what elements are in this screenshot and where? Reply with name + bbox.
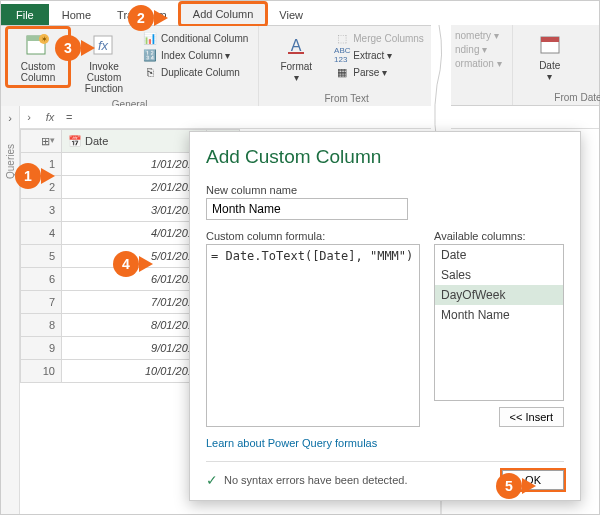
available-columns-list[interactable]: Date Sales DayOfWeek Month Name	[434, 244, 564, 401]
syntax-status-text: No syntax errors have been detected.	[224, 474, 407, 486]
svg-rect-10	[541, 37, 559, 42]
row-number: 7	[21, 291, 62, 314]
parse-button[interactable]: ▦Parse ▾	[331, 64, 428, 80]
cell-date[interactable]: 7/01/2017	[62, 291, 207, 314]
invoke-custom-function-button[interactable]: fx Invoke Custom Function	[73, 28, 135, 97]
date-icon	[536, 30, 564, 58]
cell-date[interactable]: 8/01/2017	[62, 314, 207, 337]
formula-label: Custom column formula:	[206, 230, 420, 242]
row-number: 10	[21, 360, 62, 383]
tab-transform[interactable]: Transform	[104, 4, 180, 25]
invoke-function-icon: fx	[90, 31, 118, 59]
row-number: 4	[21, 222, 62, 245]
formula-bar[interactable]: › fx =	[20, 106, 599, 129]
custom-column-button[interactable]: ✶ Custom Column	[7, 28, 69, 86]
cell-date[interactable]: 3/01/2017	[62, 199, 207, 222]
cell-date[interactable]: 6/01/2017	[62, 268, 207, 291]
extract-icon: ABC123	[335, 48, 349, 62]
trigonometry-button[interactable]: nometry ▾	[451, 29, 506, 42]
new-column-name-input[interactable]	[206, 198, 408, 220]
ribbon-right-fragment: nometry ▾ nding ▾ ormation ▾ Date ▾ Time…	[449, 25, 599, 106]
conditional-icon: 📊	[143, 31, 157, 45]
check-icon: ✓	[206, 472, 218, 488]
queries-pane[interactable]: › Queries	[1, 106, 20, 514]
formula-bar-input[interactable]: =	[62, 109, 599, 125]
conditional-label: Conditional Column	[161, 33, 248, 44]
index-column-button[interactable]: 🔢Index Column ▾	[139, 47, 252, 63]
tab-file[interactable]: File	[1, 4, 49, 25]
formula-expand-icon[interactable]: ›	[20, 111, 38, 123]
fx-icon[interactable]: fx	[38, 111, 62, 123]
extract-label: Extract ▾	[353, 50, 392, 61]
row-number: 2	[21, 176, 62, 199]
parse-label: Parse ▾	[353, 67, 387, 78]
queries-label: Queries	[5, 144, 16, 179]
format-icon: A	[282, 31, 310, 59]
column-header-index[interactable]: ⊞▾	[21, 130, 62, 153]
svg-text:fx: fx	[98, 38, 109, 53]
add-custom-column-dialog: Add Custom Column New column name Custom…	[189, 131, 581, 501]
group-text-label: From Text	[265, 91, 428, 104]
avail-item-sales[interactable]: Sales	[435, 265, 563, 285]
rounding-button[interactable]: nding ▾	[451, 43, 506, 56]
custom-column-label: Custom Column	[21, 61, 55, 83]
ribbon-tabs: File Home Transform Add Column View	[1, 1, 599, 26]
ok-button[interactable]: OK	[502, 470, 564, 490]
row-number: 3	[21, 199, 62, 222]
tab-add-column[interactable]: Add Column	[180, 3, 267, 25]
format-button[interactable]: A Format ▾	[265, 28, 327, 86]
cell-date[interactable]: 9/01/2017	[62, 337, 207, 360]
row-number: 1	[21, 153, 62, 176]
insert-button[interactable]: << Insert	[499, 407, 564, 427]
merge-icon: ⬚	[335, 31, 349, 45]
duplicate-column-button[interactable]: ⎘Duplicate Column	[139, 64, 252, 80]
conditional-column-button[interactable]: 📊Conditional Column	[139, 30, 252, 46]
date-button[interactable]: Date ▾	[519, 27, 581, 85]
cell-date[interactable]: 4/01/2017	[62, 222, 207, 245]
formula-input[interactable]: = Date.ToText([Date], "MMM")	[206, 244, 420, 427]
merge-label: Merge Columns	[353, 33, 424, 44]
format-label: Format ▾	[280, 61, 312, 83]
expand-queries-icon[interactable]: ›	[8, 112, 12, 124]
new-column-name-label: New column name	[206, 184, 564, 196]
cell-date[interactable]: 10/01/2017	[62, 360, 207, 383]
rounding-label: nding ▾	[455, 44, 487, 55]
tab-view[interactable]: View	[266, 4, 316, 25]
extract-button[interactable]: ABC123Extract ▾	[331, 47, 428, 63]
dialog-title: Add Custom Column	[206, 146, 564, 168]
group-dt-label: From Date &	[519, 90, 600, 103]
parse-icon: ▦	[335, 65, 349, 79]
cell-date[interactable]: 5/01/2017	[62, 245, 207, 268]
cell-date[interactable]: 1/01/2017	[62, 153, 207, 176]
index-icon: 🔢	[143, 48, 157, 62]
time-button[interactable]: Time ▾	[585, 27, 600, 85]
svg-text:✶: ✶	[41, 35, 48, 44]
column-header-date-label: Date	[85, 135, 108, 147]
cell-date[interactable]: 2/01/2017	[62, 176, 207, 199]
merge-columns-button[interactable]: ⬚Merge Columns	[331, 30, 428, 46]
column-header-date[interactable]: 📅 Date▾	[62, 130, 207, 153]
avail-item-dayofweek[interactable]: DayOfWeek	[435, 285, 563, 305]
learn-link[interactable]: Learn about Power Query formulas	[206, 437, 564, 449]
information-label: ormation ▾	[455, 58, 502, 69]
trigonometry-label: nometry ▾	[455, 30, 499, 41]
index-label: Index Column ▾	[161, 50, 230, 61]
row-number: 5	[21, 245, 62, 268]
duplicate-label: Duplicate Column	[161, 67, 240, 78]
syntax-status: ✓No syntax errors have been detected.	[206, 472, 407, 488]
invoke-function-label: Invoke Custom Function	[76, 61, 132, 94]
date-label: Date ▾	[539, 60, 560, 82]
avail-item-date[interactable]: Date	[435, 245, 563, 265]
row-number: 9	[21, 337, 62, 360]
information-button[interactable]: ormation ▾	[451, 57, 506, 70]
row-number: 8	[21, 314, 62, 337]
row-number: 6	[21, 268, 62, 291]
group-num-right-label	[451, 90, 506, 103]
available-columns-label: Available columns:	[434, 230, 564, 242]
duplicate-icon: ⎘	[143, 65, 157, 79]
tab-home[interactable]: Home	[49, 4, 104, 25]
custom-column-icon: ✶	[24, 31, 52, 59]
svg-text:A: A	[291, 37, 302, 54]
avail-item-monthname[interactable]: Month Name	[435, 305, 563, 325]
